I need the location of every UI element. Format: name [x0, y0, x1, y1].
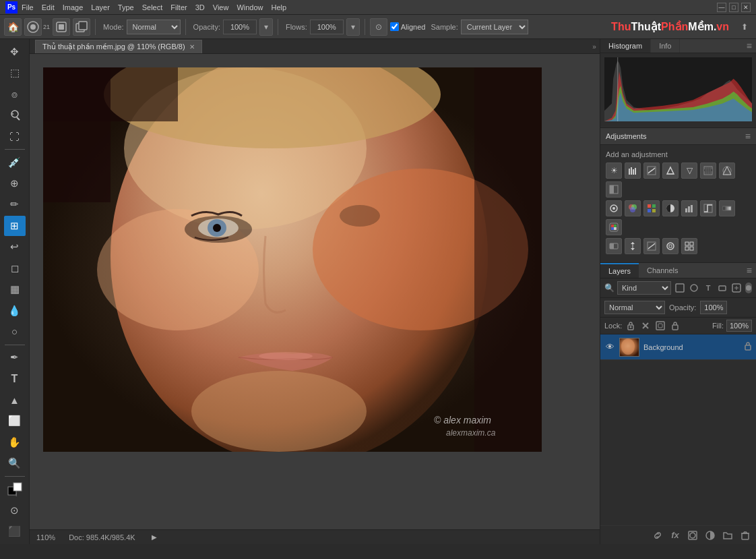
layer-visibility-toggle[interactable]: 👁: [604, 342, 615, 352]
airbrush-button[interactable]: ⊙: [370, 18, 387, 36]
share-button[interactable]: ⬆: [737, 20, 752, 34]
adj-photo-filter[interactable]: [606, 200, 622, 216]
home-button[interactable]: 🏠: [4, 18, 22, 36]
adj-curves[interactable]: [643, 163, 660, 179]
layers-options-button[interactable]: ≡: [743, 265, 756, 276]
tab-layers[interactable]: Layers: [600, 263, 639, 278]
photo-canvas[interactable]: © alex maxim alexmaxim.ca: [43, 67, 542, 452]
layer-group-button[interactable]: [721, 529, 734, 542]
adj-brightness[interactable]: ☀: [606, 163, 622, 179]
adj-vibrance2[interactable]: [662, 238, 679, 254]
menu-3d[interactable]: 3D: [195, 3, 205, 11]
adj-levels2[interactable]: [625, 238, 641, 254]
clone-stamp-tool active[interactable]: ⊞: [4, 216, 26, 235]
layer-filter-toggle[interactable]: [745, 283, 752, 293]
adj-gradientmap[interactable]: [719, 200, 735, 216]
histogram-options-button[interactable]: ≡: [743, 40, 756, 51]
maximize-button[interactable]: □: [729, 3, 738, 12]
layer-filter-shape[interactable]: [716, 282, 728, 294]
menu-edit[interactable]: Edit: [42, 3, 55, 11]
tab-close-button[interactable]: ✕: [189, 43, 195, 51]
lock-position-button[interactable]: [639, 320, 652, 332]
brush-hardness-button[interactable]: [53, 18, 70, 36]
menu-layer[interactable]: Layer: [91, 3, 110, 11]
menu-help[interactable]: Help: [272, 3, 287, 11]
menu-filter[interactable]: Filter: [170, 3, 187, 11]
eyedropper-tool[interactable]: 💉: [4, 152, 26, 172]
zoom-tool[interactable]: 🔍: [4, 454, 26, 473]
opacity-input[interactable]: [223, 20, 257, 34]
menu-type[interactable]: Type: [118, 3, 134, 11]
hand-tool[interactable]: ✋: [4, 432, 26, 452]
gradient-tool[interactable]: ▦: [4, 279, 26, 299]
adj-selectivecolor[interactable]: [606, 219, 622, 235]
menu-view[interactable]: View: [213, 3, 229, 11]
layer-mask-button[interactable]: [686, 529, 699, 542]
adj-brightcontrast[interactable]: [606, 238, 622, 254]
adj-channelmix[interactable]: [625, 200, 641, 216]
pen-tool[interactable]: ✒: [4, 348, 26, 367]
tab-info[interactable]: Info: [651, 39, 680, 53]
adj-colorlookup[interactable]: [643, 200, 660, 216]
aligned-check[interactable]: Aligned: [390, 22, 426, 31]
menu-image[interactable]: Image: [63, 3, 84, 11]
layer-delete-button[interactable]: [738, 529, 752, 542]
menu-file[interactable]: File: [22, 3, 34, 11]
close-button[interactable]: ✕: [741, 3, 751, 12]
lock-artboard-button[interactable]: [654, 320, 666, 332]
opacity-toggle[interactable]: ▾: [259, 18, 273, 36]
tab-channels[interactable]: Channels: [639, 264, 686, 277]
screen-mode-button[interactable]: ⬛: [4, 522, 26, 541]
adjustments-options-button[interactable]: ≡: [745, 131, 751, 142]
adj-colorbalance[interactable]: [719, 163, 735, 179]
sample-select[interactable]: Current Layer: [461, 20, 528, 34]
adj-levels[interactable]: [625, 163, 641, 179]
layers-fill-input[interactable]: [726, 320, 752, 332]
quick-mask-toggle[interactable]: ⊙: [4, 500, 26, 520]
lock-all-button[interactable]: [669, 320, 681, 332]
dodge-tool[interactable]: ○: [4, 322, 26, 341]
eraser-tool[interactable]: ◻: [4, 258, 26, 278]
marquee-tool[interactable]: ⬚: [4, 63, 26, 82]
adj-pattern[interactable]: [681, 238, 697, 254]
layer-filter-type[interactable]: T: [702, 282, 714, 294]
tab-histogram[interactable]: Histogram: [600, 39, 651, 53]
adj-hsl[interactable]: [700, 163, 716, 179]
layer-adjustment-button[interactable]: [703, 529, 717, 542]
layer-filter-pixel[interactable]: [674, 282, 686, 294]
menu-select[interactable]: Select: [142, 3, 163, 11]
brush-tool[interactable]: ✏: [4, 195, 26, 214]
layer-item-background[interactable]: 👁: [600, 334, 756, 360]
quick-select-tool[interactable]: [4, 105, 26, 125]
scroll-right-arrow[interactable]: ▶: [152, 533, 157, 541]
adj-exposure[interactable]: [662, 163, 679, 179]
layer-link-button[interactable]: [651, 529, 664, 542]
lasso-tool[interactable]: ⌾: [4, 84, 26, 104]
path-select-tool[interactable]: ▲: [4, 390, 26, 409]
adj-bw[interactable]: [606, 181, 622, 198]
flows-input[interactable]: [310, 20, 344, 34]
tab-scroll-right[interactable]: »: [589, 39, 600, 54]
layers-kind-select[interactable]: Kind: [617, 281, 671, 295]
type-tool[interactable]: T: [4, 369, 26, 388]
mode-select[interactable]: Normal: [127, 20, 181, 34]
active-tab[interactable]: Thủ thuật phần mềm.jpg @ 110% (RGB/8) ✕: [35, 40, 202, 53]
adj-threshold[interactable]: [700, 200, 716, 216]
lock-pixel-button[interactable]: [625, 320, 637, 332]
brush-preset-button[interactable]: [24, 18, 42, 36]
aligned-checkbox[interactable]: [390, 22, 399, 31]
menu-window[interactable]: Window: [237, 3, 263, 11]
blur-tool[interactable]: 💧: [4, 301, 26, 320]
layer-effects-button[interactable]: fx: [668, 529, 682, 542]
crop-tool[interactable]: ⛶: [4, 127, 26, 146]
layers-blend-select[interactable]: Normal: [604, 301, 665, 314]
adj-curves2[interactable]: [643, 238, 660, 254]
minimize-button[interactable]: —: [717, 3, 726, 12]
adj-posterize[interactable]: [681, 200, 697, 216]
spot-heal-tool[interactable]: ⊕: [4, 173, 26, 193]
adj-invert[interactable]: [662, 200, 679, 216]
shape-tool[interactable]: ⬜: [4, 411, 26, 431]
history-brush-tool[interactable]: ↩: [4, 237, 26, 257]
layers-opacity-input[interactable]: [700, 301, 727, 314]
move-tool[interactable]: ✥: [4, 42, 26, 61]
